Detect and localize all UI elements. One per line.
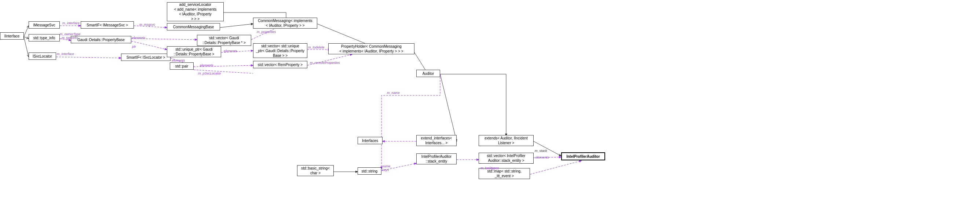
node-std-vector-remprop: std::vector< RemProperty >: [253, 61, 307, 68]
node-iinterface-label: IInterface: [5, 34, 20, 38]
node-extend-interfaces-label: extend_interfaces<Interfaces... >: [421, 136, 452, 145]
node-isvcloc-label: ISvcLocator: [33, 54, 52, 58]
edge-label-mstack: m_stack: [535, 149, 547, 153]
diagram-container: IInterface IMessageSvc std::type_info IS…: [0, 0, 980, 200]
edge-label-mtodelete: m_todelete: [308, 45, 325, 49]
edge-label-minterface1: m_interface: [62, 21, 80, 25]
node-propertyholder-label: PropertyHolder< CommonMessaging< impleme…: [339, 44, 403, 54]
svg-line-25: [530, 161, 581, 174]
edge-label-mprops: m_properties: [257, 30, 276, 34]
edge-label-elements4: elements: [200, 64, 213, 67]
edge-label-mpsvclocator: m_pSvcLocator: [198, 72, 221, 75]
svg-line-1: [24, 37, 29, 38]
node-std-vector-gaudi: std::vector< Gaudi::Details::PropertyBas…: [197, 35, 251, 46]
svg-line-8: [131, 41, 167, 50]
node-commonmessagingbase: CommonMessagingBase: [167, 23, 220, 30]
node-imessagesvc-label: IMessageSvc: [33, 23, 55, 27]
node-add-servicelocator-label: add_serviceLocator< add_name< implements…: [174, 2, 217, 21]
node-smartif-imessagesvc-label: SmartIF< IMessageSvc >: [87, 23, 128, 27]
node-auditor: Auditor: [416, 70, 440, 77]
node-std-map-label: std::map< std::string,_itt_event >: [487, 169, 521, 178]
node-intelprofile-stack: IntelProfilerAuditor::stack_entity: [416, 154, 457, 165]
node-propertyholder: PropertyHolder< CommonMessaging< impleme…: [328, 43, 414, 54]
node-gaudi-propertybase-label: Gaudi::Details::PropertyBase: [77, 38, 125, 42]
edge-label-mtasktypes: m_tasktypes: [480, 166, 499, 170]
node-extends-auditor: extends< Auditor, IIncidentListener >: [479, 135, 534, 146]
node-smartif-isvcloc-label: SmartIF< ISvcLocator >: [127, 55, 165, 59]
svg-line-10: [220, 24, 253, 27]
node-commonmessagingbase-label: CommonMessagingBase: [173, 25, 214, 29]
node-intelprofileauditor-label: IntelProfilerAuditor: [566, 155, 600, 158]
svg-line-19: [534, 141, 561, 156]
edge-label-mremote: m_remoteProperties: [310, 61, 340, 65]
edge-label-elements1: elements: [132, 36, 146, 40]
edge-label-minterface2: m_interface: [57, 52, 74, 56]
edge-label-mownertype: m_ownerType_m_typeinfo: [60, 32, 80, 40]
node-smartif-imessagesvc: SmartIF< IMessageSvc >: [81, 21, 134, 29]
node-std-string-label: std::string: [362, 169, 377, 173]
edge-label-mmsgsvc: m_msgsvc: [139, 23, 155, 26]
node-intelprofileauditor: IntelProfilerAuditor: [561, 152, 605, 160]
edge-label-elements2: elements: [172, 59, 185, 62]
edge-label-namekeys: name_keys: [382, 165, 393, 172]
node-std-unique-ptr-gaudi-label: std::unique_ptr< Gaudi::Details::Propert…: [174, 47, 215, 56]
node-extend-interfaces: extend_interfaces<Interfaces... >: [416, 135, 457, 146]
node-std-pair: std::pair: [170, 62, 194, 70]
node-add-servicelocator: add_serviceLocator< add_name< implements…: [167, 2, 224, 21]
node-std-vector-gaudi-label: std::vector< Gaudi::Details::PropertyBas…: [202, 35, 246, 45]
node-std-type-info-label: std::type_info: [33, 36, 55, 40]
svg-line-0: [24, 26, 29, 37]
node-extends-auditor-label: extends< Auditor, IIncidentListener >: [485, 136, 528, 145]
node-std-vector-remprop-label: std::vector< RemProperty >: [258, 63, 302, 67]
node-std-string: std::string: [358, 167, 382, 175]
node-commonmessaging-label: CommonMessaging< implements< IAuditor, I…: [258, 18, 312, 28]
node-commonmessaging: CommonMessaging< implements< IAuditor, I…: [253, 18, 317, 29]
node-std-type-info: std::type_info: [29, 34, 60, 42]
node-std-pair-label: std::pair: [175, 64, 189, 68]
node-std-vector-intelprofile-label: std::vector< IntelProfilerAuditor::stack…: [487, 154, 525, 163]
node-iinterface: IInterface: [0, 32, 24, 40]
node-interfaces: Interfaces: [358, 137, 383, 144]
svg-line-18: [440, 74, 457, 141]
node-smartif-isvcloc: SmartIF< ISvcLocator >: [121, 54, 170, 61]
node-std-unique-ptr-gaudi: std::unique_ptr< Gaudi::Details::Propert…: [167, 46, 221, 57]
node-imessagesvc: IMessageSvc: [29, 21, 60, 29]
edge-label-ptr: ptr: [132, 45, 136, 48]
node-interfaces-label: Interfaces: [362, 139, 378, 143]
node-std-basic-string: std::basic_string<char >: [297, 165, 334, 176]
svg-line-14: [317, 24, 371, 46]
svg-line-2: [24, 37, 29, 57]
node-isvcloc: ISvcLocator: [29, 53, 56, 60]
node-std-basic-string-label: std::basic_string<char >: [301, 166, 330, 175]
edge-label-elements5: elements: [536, 155, 549, 159]
node-auditor-label: Auditor: [423, 72, 434, 75]
edge-label-elements3: elements: [224, 49, 237, 53]
svg-line-5: [56, 57, 121, 58]
node-std-vector-intelprofile: std::vector< IntelProfilerAuditor::stack…: [479, 153, 534, 164]
node-std-vector-unique: std::vector< std::unique_ptr< Gaudi::Det…: [253, 43, 307, 58]
edge-label-mname: m_name: [387, 91, 400, 95]
node-intelprofile-stack-label: IntelProfilerAuditor::stack_entity: [422, 154, 452, 164]
node-std-vector-unique-label: std::vector< std::unique_ptr< Gaudi::Det…: [256, 44, 304, 58]
